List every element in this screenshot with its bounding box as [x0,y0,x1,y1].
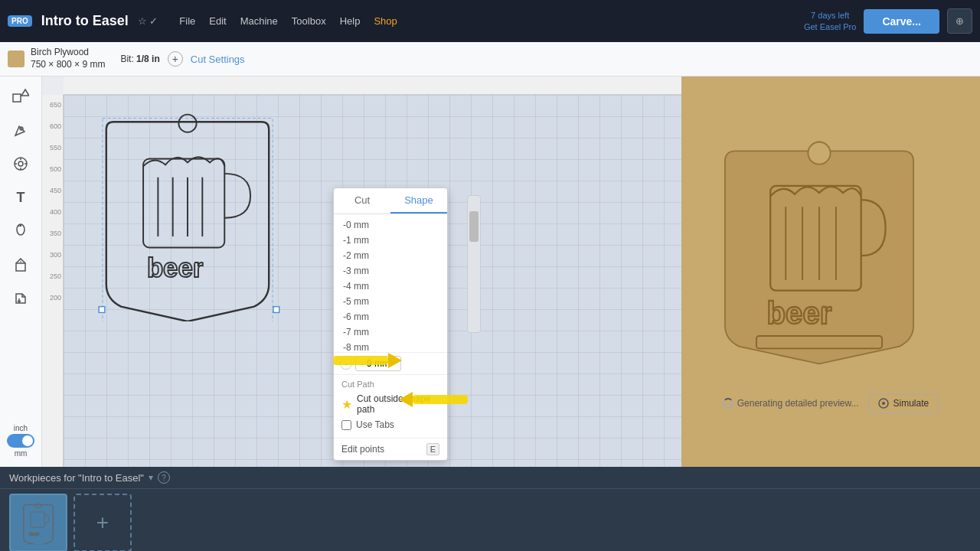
text-tool-icon[interactable]: T [7,184,34,211]
svg-rect-12 [16,263,25,271]
image-tool-icon[interactable] [7,217,34,245]
preview-design-svg: beer [701,130,938,367]
svg-point-38 [882,402,885,405]
cut-popup-tabs: Cut Shape [334,188,447,214]
svg-text:beer: beer [147,253,203,282]
main-area: T inch [0,77,980,467]
material-info: Birch Plywood 750 × 800 × 9 mm [8,47,105,70]
edit-points-key: E [426,443,439,455]
preview-svg-container: beer [701,130,961,390]
depth-6mm[interactable]: -6 mm [334,309,447,324]
unit-toggle: inch mm [7,424,34,461]
nav-shop[interactable]: Shop [374,15,397,27]
3d-tool-icon[interactable] [7,251,34,279]
shapes-tool-icon[interactable] [7,83,34,110]
svg-rect-15 [143,159,224,248]
nav-toolbox[interactable]: Toolbox [292,15,326,27]
toggle-knob [22,435,33,446]
nav-file[interactable]: File [179,15,195,27]
depth-2mm[interactable]: -2 mm [334,248,447,263]
topbar: PRO Intro to Easel ☆ ✓ File Edit Machine… [0,0,980,42]
settings-button[interactable]: ⊕ [947,8,972,34]
add-bit-button[interactable]: + [168,51,183,67]
depth-list: -0 mm -1 mm -2 mm -3 mm -4 mm -5 mm -6 m… [334,214,447,352]
simulate-button[interactable]: Simulate [868,393,939,413]
svg-point-14 [178,115,196,132]
get-easel-pro-link[interactable]: Get Easel Pro [804,21,856,32]
svg-marker-26 [399,392,413,407]
pro-badge: PRO [8,15,32,27]
tab-cut[interactable]: Cut [334,188,390,214]
import-tool-icon[interactable] [7,285,34,312]
loading-spinner [723,398,733,409]
svg-marker-1 [21,90,29,96]
ruler-top: 150 200 250 300 350 400 450 500 550 600 [64,77,681,95]
preview-area: beer Generating detailed preview... [681,77,980,467]
depth-4mm[interactable]: -4 mm [334,279,447,294]
svg-rect-22 [99,307,105,313]
unit-toggle-switch[interactable] [7,434,34,448]
inch-label: inch [14,424,28,432]
generating-preview-text: Generating detailed preview... [723,398,859,409]
material-dims: 750 × 800 × 9 mm [31,59,105,71]
depth-7mm[interactable]: -7 mm [334,324,447,340]
simulate-label: Simulate [893,398,929,409]
edit-points-row: Edit points E [334,438,447,460]
scrollbar-thumb[interactable] [469,211,479,242]
secondary-toolbar: Birch Plywood 750 × 800 × 9 mm Bit: 1/8 … [0,42,980,77]
bit-value: 1/8 in [136,54,160,64]
use-tabs-row: Use Tabs [341,416,439,433]
workpieces-header: Workpieces for "Intro to Easel" ▾ ? [0,467,980,489]
title-star-icon[interactable]: ☆ ✓ [138,15,158,27]
svg-text:beer: beer [767,296,832,330]
cut-path-label: Cut Path [341,380,439,389]
info-icon[interactable]: ? [158,471,170,484]
nav-help[interactable]: Help [340,15,361,27]
nav-machine[interactable]: Machine [240,15,278,27]
canvas-area[interactable]: 150 200 250 300 350 400 450 500 550 600 … [42,77,681,467]
days-left: 7 days left Get Easel Pro [804,10,856,32]
svg-rect-0 [13,94,21,102]
svg-rect-23 [273,307,279,313]
carve-button[interactable]: Carve... [864,9,939,34]
svg-point-29 [808,142,830,165]
topbar-right: 7 days left Get Easel Pro Carve... ⊕ [804,8,972,34]
project-title: Intro to Easel [41,13,129,29]
use-tabs-checkbox[interactable] [341,420,351,430]
pen-tool-icon[interactable] [7,116,34,144]
mm-label: mm [15,449,28,458]
material-text[interactable]: Birch Plywood 750 × 800 × 9 mm [31,47,105,70]
tab-shape[interactable]: Shape [390,188,447,214]
svg-rect-24 [333,356,388,365]
design-content: beer [88,107,287,321]
depth-3mm[interactable]: -3 mm [334,263,447,279]
depth-0mm[interactable]: -0 mm [334,217,447,233]
svg-line-11 [18,226,20,227]
svg-point-4 [18,161,23,166]
workpiece-preview-1: beer [19,502,57,544]
workpieces-title: Workpieces for "Intro to Easel" [9,472,144,484]
material-name: Birch Plywood [31,47,105,59]
bottom-bar: Workpieces for "Intro to Easel" ▾ ? beer… [0,467,980,551]
cut-settings-button[interactable]: Cut Settings [191,54,245,65]
target-tool-icon[interactable] [7,150,34,178]
svg-point-39 [35,502,41,507]
bit-info: Bit: 1/8 in [120,54,159,64]
ruler-left: 650 600 550 500 450 400 350 300 250 200 [42,95,64,467]
nav-edit[interactable]: Edit [209,15,226,27]
edit-points-label[interactable]: Edit points [341,444,384,455]
generating-label: Generating detailed preview... [737,398,859,409]
cut-depth-popup: Cut Shape -0 mm -1 mm -2 mm -3 mm -4 mm … [333,187,448,461]
svg-rect-40 [31,511,44,527]
scrollbar-area [467,195,481,333]
svg-text:beer: beer [29,531,40,536]
left-sidebar: T inch [0,77,42,467]
depth-1mm[interactable]: -1 mm [334,233,447,248]
workpiece-add-button[interactable]: + [74,494,132,551]
depth-5mm[interactable]: -5 mm [334,294,447,309]
material-swatch [8,51,24,67]
workpieces-list: beer + [0,489,980,551]
arrow-left-indicator [399,389,472,412]
workpieces-version-icon[interactable]: ▾ [149,472,153,483]
workpiece-thumb-1[interactable]: beer [9,494,67,551]
